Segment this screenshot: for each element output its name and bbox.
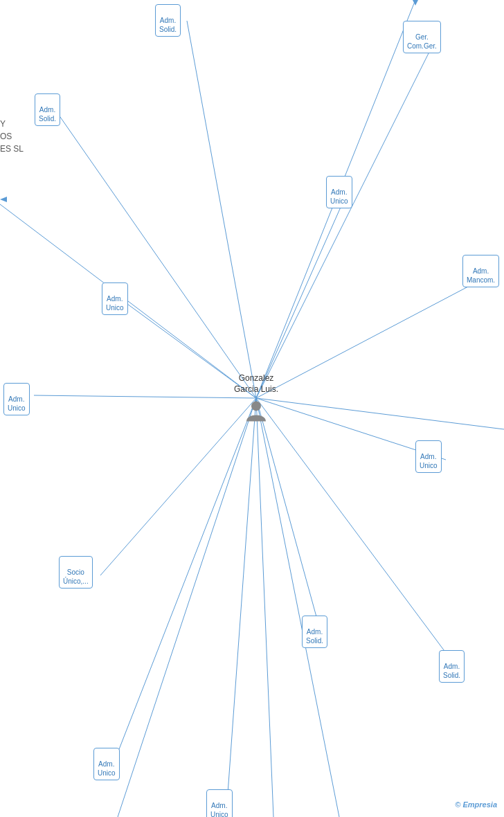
center-person-node[interactable]: Gonzalez Garcia Luis. bbox=[234, 373, 278, 422]
svg-line-14 bbox=[114, 398, 256, 762]
svg-line-9 bbox=[256, 398, 504, 429]
brand-name: Empresia bbox=[462, 800, 497, 809]
svg-line-2 bbox=[55, 110, 256, 398]
node-adm-unico-4[interactable]: Adm. Unico bbox=[415, 440, 442, 473]
watermark: © Empresia bbox=[455, 800, 497, 809]
svg-line-16 bbox=[256, 398, 273, 817]
svg-line-12 bbox=[256, 398, 458, 670]
node-adm-unico-3[interactable]: Adm. Unico bbox=[3, 383, 30, 415]
svg-line-7 bbox=[34, 395, 256, 398]
node-adm-solid-2[interactable]: Adm. Solid. bbox=[35, 93, 60, 126]
svg-line-4 bbox=[256, 193, 347, 398]
node-adm-solid-3[interactable]: Adm. Solid. bbox=[302, 616, 327, 648]
svg-line-15 bbox=[227, 398, 256, 803]
node-adm-unico-6[interactable]: Adm. Unico bbox=[206, 789, 233, 817]
svg-line-5 bbox=[256, 273, 494, 398]
partial-company-text: Y OS ES SL bbox=[0, 118, 24, 155]
center-name: Gonzalez Garcia Luis. bbox=[234, 373, 278, 395]
svg-line-13 bbox=[118, 398, 256, 817]
node-ger-com-ger[interactable]: Ger. Com.Ger. bbox=[403, 21, 441, 53]
node-adm-unico-2[interactable]: Adm. Unico bbox=[102, 282, 128, 315]
node-adm-solid-4[interactable]: Adm. Solid. bbox=[439, 650, 465, 683]
svg-marker-20 bbox=[0, 197, 7, 202]
svg-line-0 bbox=[187, 21, 256, 398]
svg-line-10 bbox=[100, 398, 256, 575]
node-adm-unico-1[interactable]: Adm. Unico bbox=[326, 176, 352, 208]
svg-line-17 bbox=[256, 398, 339, 817]
svg-marker-19 bbox=[413, 0, 418, 6]
node-adm-mancom[interactable]: Adm. Mancom. bbox=[462, 255, 499, 287]
svg-point-21 bbox=[251, 402, 261, 411]
person-icon bbox=[244, 398, 269, 423]
svg-line-1 bbox=[256, 41, 435, 398]
node-adm-unico-5[interactable]: Adm. Unico bbox=[93, 748, 120, 780]
node-socio-unico[interactable]: Socio Único,... bbox=[59, 556, 93, 589]
svg-line-3 bbox=[0, 204, 256, 398]
svg-line-11 bbox=[256, 398, 321, 634]
node-adm-solid-1[interactable]: Adm. Solid. bbox=[155, 4, 181, 37]
